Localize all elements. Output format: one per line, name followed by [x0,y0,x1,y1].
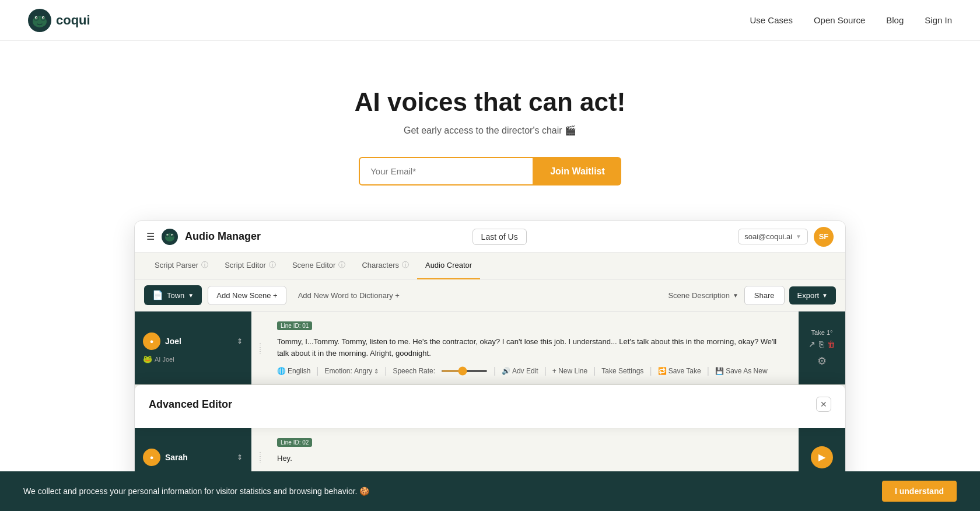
scene-description-button[interactable]: Scene Description ▼ [668,291,738,300]
tab-script-parser[interactable]: Script Parser ⓘ [146,253,216,279]
email-input[interactable] [359,157,534,186]
nav-links: Use Cases Open Source Blog Sign In [750,15,952,25]
character-panel-joel: ● Joel ⇕ 🐸 AI Joel [135,312,251,384]
tab-characters[interactable]: Characters ⓘ [354,253,417,279]
take-icons-joel: ↗ ⎘ 🗑 [808,340,835,349]
app-header-right: soai@coqui.ai ▼ SF [738,227,834,247]
hero-form: Join Waitlist [12,157,968,186]
app-content: ● Joel ⇕ 🐸 AI Joel ⋮⋮ [135,312,845,487]
nav-sign-in[interactable]: Sign In [925,15,952,25]
sarah-name: Sarah [165,453,232,462]
dropdown-arrow-icon: ▼ [796,233,802,240]
joel-dropdown-icon[interactable]: ⇕ [237,337,243,345]
take-copy-icon[interactable]: ⎘ [819,340,824,349]
save-as-new-button[interactable]: 💾 Save As New [715,367,768,375]
cookie-banner: We collect and process your personal inf… [0,471,980,511]
language-selector[interactable]: 🌐 English [277,367,310,375]
advanced-editor-close-button[interactable]: ✕ [816,397,831,412]
new-line-button[interactable]: + New Line [552,367,587,375]
save-take-button[interactable]: 🔁 Save Take [658,367,701,375]
svg-point-6 [36,17,37,18]
app-header-left: ☰ Audio Manager [146,229,261,245]
tab-scene-editor[interactable]: Scene Editor ⓘ [284,253,354,279]
take-panel-joel: Take 1° ↗ ⎘ 🗑 ⚙ [799,312,845,384]
take-settings-button[interactable]: Take Settings [601,367,643,375]
adv-edit-button[interactable]: 🔊 Adv Edit [502,367,538,375]
scene-desc-chevron-icon: ▼ [733,292,738,299]
scene-icon: 📄 [152,290,163,300]
svg-point-14 [167,235,168,235]
hero-title: AI voices that can act! [12,88,968,117]
join-waitlist-button[interactable]: Join Waitlist [534,157,621,186]
line-dots: ⋮⋮ [251,312,269,384]
sarah-avatar: ● [143,449,160,466]
tab-info-icon-1: ⓘ [269,260,276,270]
coqui-logo-icon [28,9,51,32]
line-id-badge-joel: Line ID: 01 [277,321,312,330]
table-row: ● Joel ⇕ 🐸 AI Joel ⋮⋮ [135,312,845,385]
line-text-joel[interactable]: Tommy, I...Tommy. Tommy, listen to me. H… [277,336,790,359]
take-delete-icon[interactable]: 🗑 [827,340,835,349]
speech-rate-label: Speech Rate: [393,367,435,375]
app-title: Audio Manager [185,230,261,243]
app-screenshot: ☰ Audio Manager Last of Us soai@coqui.ai [134,220,846,487]
export-button[interactable]: Export ▼ [789,286,836,304]
logo[interactable]: coqui [28,9,90,32]
advanced-editor-panel: Advanced Editor ✕ [135,385,845,428]
svg-point-7 [43,17,44,18]
advanced-editor-container: Advanced Editor ✕ [135,385,845,428]
svg-point-15 [172,235,173,235]
navbar: coqui Use Cases Open Source Blog Sign In [0,0,980,41]
joel-avatar: ● [143,332,160,350]
take-edit-icon[interactable]: ↗ [808,340,816,349]
tab-info-icon-2: ⓘ [338,260,345,270]
share-button[interactable]: Share [744,286,785,305]
tab-info-icon-3: ⓘ [402,260,409,270]
project-badge[interactable]: Last of Us [473,229,527,245]
joel-name: Joel [165,337,232,346]
tab-info-icon-0: ⓘ [201,260,208,270]
line-controls-joel: 🌐 English | Emotion: Angry ⇕ | Speech Ra… [277,362,790,380]
cookie-text: We collect and process your personal inf… [23,487,369,496]
scene-dropdown-icon: ▼ [188,292,194,299]
add-new-scene-button[interactable]: Add New Scene + [208,286,286,305]
joel-ai-label: 🐸 AI Joel [143,355,243,363]
user-email-display[interactable]: soai@coqui.ai ▼ [738,229,808,244]
add-word-dict-button[interactable]: Add New Word to Dictionary + [292,286,405,304]
app-tabs: Script Parser ⓘ Script Editor ⓘ Scene Ed… [135,253,845,279]
speech-rate-slider[interactable] [441,370,488,372]
nav-use-cases[interactable]: Use Cases [750,15,793,25]
logo-text: coqui [56,13,90,28]
take-settings-icon[interactable]: ⚙ [817,355,827,367]
line-id-badge-sarah: Line ID: 02 [277,438,312,447]
tab-script-editor[interactable]: Script Editor ⓘ [216,253,284,279]
line-text-sarah[interactable]: Hey. [277,453,790,464]
sarah-dropdown-icon[interactable]: ⇕ [237,453,243,461]
nav-blog[interactable]: Blog [886,15,904,25]
app-toolbar: 📄 Town ▼ Add New Scene + Add New Word to… [135,279,845,312]
take-label-joel: Take 1° [811,329,833,336]
hero-section: AI voices that can act! Get early access… [0,41,980,220]
app-coqui-icon [162,229,178,245]
export-dropdown-icon: ▼ [822,292,828,299]
hero-subtitle: Get early access to the director's chair… [12,125,968,136]
cookie-accept-button[interactable]: I understand [882,481,957,502]
play-button-sarah[interactable]: ▶ [811,446,833,468]
hamburger-icon[interactable]: ☰ [146,231,155,242]
line-text-area-joel: Line ID: 01 Tommy, I...Tommy. Tommy, lis… [269,312,799,384]
scene-selector-button[interactable]: 📄 Town ▼ [144,285,202,305]
advanced-editor-title: Advanced Editor [149,398,232,411]
user-avatar[interactable]: SF [814,227,834,247]
toolbar-right: Share Export ▼ [744,286,836,305]
emotion-arrow-icon: ⇕ [374,368,379,374]
app-header: ☰ Audio Manager Last of Us soai@coqui.ai [135,221,845,253]
tab-audio-creator[interactable]: Audio Creator [417,253,480,279]
emotion-selector[interactable]: Emotion: Angry ⇕ [325,367,379,375]
nav-open-source[interactable]: Open Source [814,15,865,25]
advanced-editor-header: Advanced Editor ✕ [149,397,831,412]
